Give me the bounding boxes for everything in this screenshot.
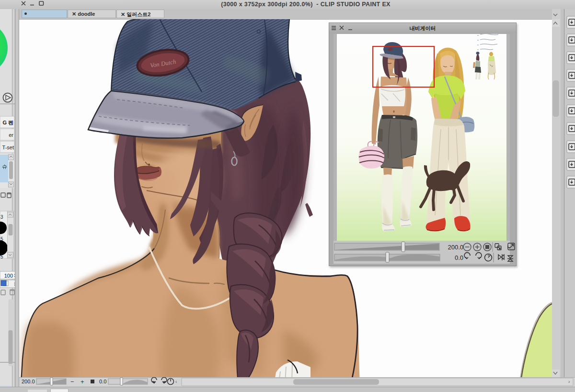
svg-text:+: + <box>80 378 84 385</box>
svg-text:200.0: 200.0 <box>448 244 463 251</box>
svg-text:T-set: T-set <box>2 145 14 150</box>
svg-text:−: − <box>70 378 74 385</box>
svg-text:200.0: 200.0 <box>22 379 35 384</box>
svg-text:100: 100 <box>4 273 13 279</box>
svg-text:슈: 슈 <box>2 164 7 169</box>
svg-text:G 펜: G 펜 <box>2 120 13 125</box>
svg-text:3: 3 <box>0 214 3 220</box>
svg-text:‹: ‹ <box>175 379 177 384</box>
svg-text:0.0: 0.0 <box>455 254 463 261</box>
svg-text:›: › <box>568 379 570 384</box>
svg-text:0.0: 0.0 <box>99 379 106 384</box>
svg-text:er: er <box>9 132 13 138</box>
svg-text:5: 5 <box>0 254 3 259</box>
